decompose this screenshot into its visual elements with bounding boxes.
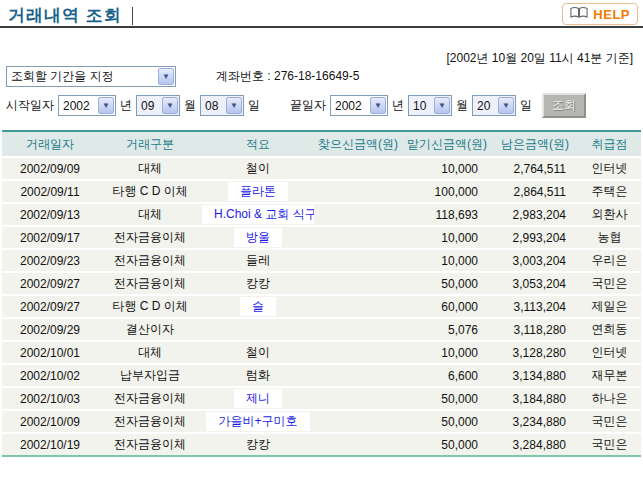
page-title: 거래내역 조회 [8, 4, 133, 27]
cell-type: 결산이자 [98, 318, 202, 341]
table-row: 2002/09/11 타행 C D 이체 플라톤 100,000 2,864,5… [2, 180, 641, 203]
period-type-select-value: 조회할 기간을 지정 [11, 68, 114, 85]
day-suffix: 일 [520, 97, 532, 114]
cell-memo: 철이 [202, 341, 314, 364]
column-header-branch: 취급점 [578, 131, 641, 157]
cell-memo [202, 318, 314, 341]
memo-link[interactable]: H.Choi & 교회 식구들 [202, 205, 314, 224]
start-day-select[interactable]: 08 ▼ [200, 95, 244, 116]
cell-date: 2002/09/29 [2, 318, 98, 341]
column-header-withdrawal: 찾으신금액(원) [314, 131, 402, 157]
cell-memo: 들레 [202, 249, 314, 272]
end-month-select[interactable]: 10 ▼ [408, 95, 452, 116]
chevron-down-icon: ▼ [370, 97, 386, 114]
cell-branch: 국민은 [578, 410, 641, 433]
end-month-value: 10 [413, 99, 426, 113]
chevron-down-icon: ▼ [98, 97, 114, 114]
cell-type: 전자금융이체 [98, 249, 202, 272]
table-row: 2002/09/09 대체 철이 10,000 2,764,511 인터넷 [2, 157, 641, 180]
chevron-down-icon: ▼ [162, 97, 178, 114]
cell-withdrawal [314, 410, 402, 433]
cell-date: 2002/09/09 [2, 157, 98, 180]
table-row: 2002/10/19 전자금융이체 캉캉 50,000 3,284,880 국민… [2, 433, 641, 456]
cell-date: 2002/10/02 [2, 364, 98, 387]
cell-balance: 2,764,511 [492, 157, 578, 180]
start-year-select[interactable]: 2002 ▼ [58, 95, 116, 116]
table-row: 2002/10/01 대체 철이 10,000 3,128,280 인터넷 [2, 341, 641, 364]
end-year-value: 2002 [335, 99, 362, 113]
cell-memo: 캉캉 [202, 433, 314, 456]
end-day-value: 20 [477, 99, 490, 113]
search-button[interactable]: 조회 [542, 93, 586, 118]
cell-memo: 슬 [202, 295, 314, 318]
memo-link[interactable]: 제니 [234, 389, 282, 408]
cell-withdrawal [314, 157, 402, 180]
start-year-value: 2002 [63, 99, 90, 113]
cell-type: 타행 C D 이체 [98, 295, 202, 318]
chevron-down-icon: ▼ [158, 68, 174, 85]
cell-deposit: 5,076 [402, 318, 492, 341]
cell-memo: 가을비+구미호 [202, 410, 314, 433]
table-header-row: 거래일자 거래구분 적요 찾으신금액(원) 맡기신금액(원) 남은금액(원) 취… [2, 131, 641, 157]
help-button[interactable]: HELP [562, 3, 638, 25]
query-form-row1: 조회할 기간을 지정 ▼ 계좌번호 : 276-18-16649-5 [6, 66, 359, 87]
end-year-select[interactable]: 2002 ▼ [330, 95, 388, 116]
cell-balance: 3,284,880 [492, 433, 578, 456]
end-day-select[interactable]: 20 ▼ [472, 95, 516, 116]
table-row: 2002/10/09 전자금융이체 가을비+구미호 50,000 3,234,8… [2, 410, 641, 433]
cell-memo: 캉캉 [202, 272, 314, 295]
memo-link[interactable]: 슬 [240, 297, 276, 316]
cell-type: 납부자입금 [98, 364, 202, 387]
cell-withdrawal [314, 364, 402, 387]
month-suffix: 월 [456, 97, 468, 114]
table-row: 2002/09/27 타행 C D 이체 슬 60,000 3,113,204 … [2, 295, 641, 318]
cell-date: 2002/09/11 [2, 180, 98, 203]
start-month-select[interactable]: 09 ▼ [136, 95, 180, 116]
period-type-select[interactable]: 조회할 기간을 지정 ▼ [6, 66, 176, 87]
table-row: 2002/09/23 전자금융이체 들레 10,000 3,003,204 우리… [2, 249, 641, 272]
cell-memo: 제니 [202, 387, 314, 410]
cell-branch: 제일은 [578, 295, 641, 318]
memo-link[interactable]: 플라톤 [228, 182, 288, 201]
memo-link[interactable]: 가을비+구미호 [206, 412, 309, 431]
cell-date: 2002/10/19 [2, 433, 98, 456]
chevron-down-icon: ▼ [434, 97, 450, 114]
table-row: 2002/09/29 결산이자 5,076 3,118,280 연희동 [2, 318, 641, 341]
cell-memo: 럼화 [202, 364, 314, 387]
cell-branch: 우리은 [578, 249, 641, 272]
cell-withdrawal [314, 203, 402, 226]
account-number: 계좌번호 : 276-18-16649-5 [216, 68, 359, 85]
transactions-body: 2002/09/09 대체 철이 10,000 2,764,511 인터넷 20… [2, 157, 641, 456]
table-row: 2002/09/27 전자금융이체 캉캉 50,000 3,053,204 국민… [2, 272, 641, 295]
chevron-down-icon: ▼ [226, 97, 242, 114]
cell-balance: 3,118,280 [492, 318, 578, 341]
cell-branch: 외환사 [578, 203, 641, 226]
day-suffix: 일 [248, 97, 260, 114]
query-form-row2: 시작일자 2002 ▼ 년 09 ▼ 월 08 ▼ 일 끝일자 2002 ▼ 년… [6, 93, 586, 118]
cell-balance: 3,003,204 [492, 249, 578, 272]
cell-date: 2002/10/09 [2, 410, 98, 433]
start-month-value: 09 [141, 99, 154, 113]
cell-deposit: 10,000 [402, 226, 492, 249]
cell-withdrawal [314, 433, 402, 456]
cell-date: 2002/09/27 [2, 272, 98, 295]
cell-branch: 재무본 [578, 364, 641, 387]
column-header-balance: 남은금액(원) [492, 131, 578, 157]
cell-memo: H.Choi & 교회 식구들 [202, 203, 314, 226]
cell-type: 전자금융이체 [98, 226, 202, 249]
cell-deposit: 50,000 [402, 433, 492, 456]
start-date-label: 시작일자 [6, 97, 54, 114]
cell-withdrawal [314, 249, 402, 272]
chevron-down-icon: ▼ [498, 97, 514, 114]
cell-type: 전자금융이체 [98, 410, 202, 433]
cell-memo: 플라톤 [202, 180, 314, 203]
column-header-type: 거래구분 [98, 131, 202, 157]
cell-deposit: 10,000 [402, 249, 492, 272]
column-header-deposit: 맡기신금액(원) [402, 131, 492, 157]
memo-link[interactable]: 방울 [234, 228, 282, 247]
cell-withdrawal [314, 180, 402, 203]
column-header-memo: 적요 [202, 131, 314, 157]
cell-deposit: 10,000 [402, 341, 492, 364]
cell-deposit: 50,000 [402, 272, 492, 295]
cell-balance: 3,184,880 [492, 387, 578, 410]
